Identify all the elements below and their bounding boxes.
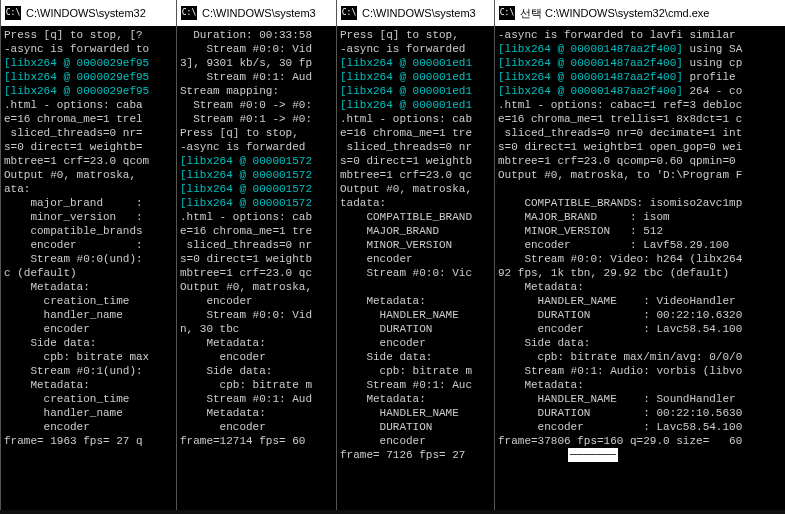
terminal-window-4[interactable]: C:\ 선택 C:\WINDOWS\system32\cmd.exe -asyn…: [494, 0, 785, 514]
terminal-line: c (default): [4, 266, 173, 280]
terminal-line: Metadata:: [498, 378, 782, 392]
terminal-line: [libx264 @ 000001572: [180, 196, 333, 210]
terminal-line: [libx264 @ 000001572: [180, 182, 333, 196]
terminal-line: Metadata:: [180, 406, 333, 420]
terminal-line: Stream #0:1: Aud: [180, 392, 333, 406]
terminal-line: DURATION: [340, 420, 491, 434]
libx264-tag: [libx264 @ 000001487aa2f400]: [498, 43, 689, 55]
terminal-line: -async is forwarded to lavfi similar: [498, 28, 782, 42]
terminal-line: HANDLER_NAME: [340, 406, 491, 420]
titlebar[interactable]: C:\ C:\WINDOWS\system32: [1, 0, 176, 26]
terminal-line: creation_time: [4, 392, 173, 406]
terminal-line: Stream #0:0: Video: h264 (libx264: [498, 252, 782, 266]
terminal-window-1[interactable]: C:\ C:\WINDOWS\system32 Press [q] to sto…: [0, 0, 176, 514]
terminal-line: Press [q] to stop, [?: [4, 28, 173, 42]
terminal-line: [libx264 @ 0000029ef95: [4, 56, 173, 70]
terminal-line: encoder: [4, 420, 173, 434]
terminal-line: minor_version :: [4, 210, 173, 224]
terminal-line: Stream #0:1: Aud: [180, 70, 333, 84]
terminal-line: Stream #0:0: Vic: [340, 266, 491, 280]
terminal-text: using cp: [689, 57, 742, 69]
terminal-text: 264 - co: [689, 85, 742, 97]
terminal-line: COMPATIBLE_BRANDS: isomiso2avc1mp: [498, 196, 782, 210]
terminal-line: handler_name: [4, 308, 173, 322]
titlebar[interactable]: C:\ C:\WINDOWS\system3: [177, 0, 336, 26]
title-text: C:\WINDOWS\system3: [202, 6, 316, 20]
terminal-line: sliced_threads=0 nr=: [4, 126, 173, 140]
terminal-line: [libx264 @ 000001ed1: [340, 84, 491, 98]
terminal-line: e=16 chroma_me=1 trel: [4, 112, 173, 126]
libx264-tag: [libx264 @ 000001487aa2f400]: [498, 57, 689, 69]
terminal-line: mbtree=1 crf=23.0 qcomp=0.60 qpmin=0: [498, 154, 782, 168]
cmd-icon: C:\: [341, 6, 357, 20]
terminal-line: Press [q] to stop,: [180, 126, 333, 140]
terminal-line: cpb: bitrate m: [180, 378, 333, 392]
titlebar[interactable]: C:\ 선택 C:\WINDOWS\system32\cmd.exe: [495, 0, 785, 26]
terminal-line: Side data:: [4, 336, 173, 350]
terminal-output[interactable]: Press [q] to stop, [?-async is forwarded…: [1, 26, 176, 450]
terminal-line: major_brand :: [4, 196, 173, 210]
terminal-window-2[interactable]: C:\ C:\WINDOWS\system3 Duration: 00:33:5…: [176, 0, 336, 514]
terminal-line: [libx264 @ 000001572: [180, 168, 333, 182]
title-text: C:\WINDOWS\system32: [26, 6, 146, 20]
terminal-line: .html - options: caba: [4, 98, 173, 112]
terminal-line: [libx264 @ 0000029ef95: [4, 70, 173, 84]
terminal-line: Side data:: [498, 336, 782, 350]
taskbar[interactable]: [0, 510, 785, 514]
terminal-line: DURATION : 00:22:10.6320: [498, 308, 782, 322]
terminal-line: Metadata:: [4, 378, 173, 392]
terminal-line: mbtree=1 crf=23.0 qc: [340, 168, 491, 182]
terminal-line: Output #0, matroska, to 'D:\Program F: [498, 168, 782, 182]
terminal-line: encoder: [340, 336, 491, 350]
terminal-line: Duration: 00:33:58: [180, 28, 333, 42]
terminal-line: Stream #0:1 -> #0:: [180, 112, 333, 126]
terminal-line: mbtree=1 crf=23.0 qcom: [4, 154, 173, 168]
title-text: C:\WINDOWS\system3: [362, 6, 476, 20]
terminal-line: [340, 280, 491, 294]
terminal-line: Output #0, matroska,: [4, 168, 173, 182]
cmd-icon: C:\: [5, 6, 21, 20]
terminal-line: [498, 182, 782, 196]
libx264-tag: [libx264 @ 0000029ef95: [4, 85, 149, 97]
terminal-line: DURATION: [340, 322, 491, 336]
terminal-line: [libx264 @ 000001ed1: [340, 98, 491, 112]
terminal-line: [libx264 @ 000001487aa2f400] profile: [498, 70, 782, 84]
terminal-line: tadata:: [340, 196, 491, 210]
terminal-line: e=16 chroma_me=1 tre: [340, 126, 491, 140]
terminal-line: MAJOR_BRAND : isom: [498, 210, 782, 224]
terminal-line: .html - options: cab: [180, 210, 333, 224]
terminal-line: Metadata:: [180, 336, 333, 350]
terminal-line: frame=12714 fps= 60: [180, 434, 333, 448]
terminal-line: Metadata:: [4, 280, 173, 294]
terminal-line: Metadata:: [498, 280, 782, 294]
terminal-line: cpb: bitrate max: [4, 350, 173, 364]
terminal-line: Side data:: [180, 364, 333, 378]
terminal-line: -async is forwarded: [180, 140, 333, 154]
terminal-line: Stream #0:0(und):: [4, 252, 173, 266]
terminal-line: encoder: [340, 252, 491, 266]
terminal-line: frame= 7126 fps= 27: [340, 448, 491, 462]
terminal-line: s=0 direct=1 weightb: [340, 154, 491, 168]
terminal-line: HANDLER_NAME: [340, 308, 491, 322]
terminal-line: encoder :: [4, 238, 173, 252]
terminal-output[interactable]: Press [q] to stop,-async is forwarded[li…: [337, 26, 494, 464]
terminal-output[interactable]: Duration: 00:33:58 Stream #0:0: Vid3], 9…: [177, 26, 336, 450]
terminal-line: Metadata:: [340, 392, 491, 406]
terminal-window-3[interactable]: C:\ C:\WINDOWS\system3 Press [q] to stop…: [336, 0, 494, 514]
libx264-tag: [libx264 @ 000001487aa2f400]: [498, 85, 689, 97]
terminal-output[interactable]: -async is forwarded to lavfi similar[lib…: [495, 26, 785, 464]
libx264-tag: [libx264 @ 000001572: [180, 197, 312, 209]
terminal-line: HANDLER_NAME : SoundHandler: [498, 392, 782, 406]
terminal-line: sliced_threads=0 nr: [340, 140, 491, 154]
terminal-line: sliced_threads=0 nr: [180, 238, 333, 252]
terminal-line: frame=37806 fps=160 q=29.0 size= 60: [498, 434, 782, 448]
titlebar[interactable]: C:\ C:\WINDOWS\system3: [337, 0, 494, 26]
terminal-line: Side data:: [340, 350, 491, 364]
terminal-line: cpb: bitrate m: [340, 364, 491, 378]
terminal-line: 3], 9301 kb/s, 30 fp: [180, 56, 333, 70]
libx264-tag: [libx264 @ 000001ed1: [340, 71, 472, 83]
terminal-line: MINOR_VERSION: [340, 238, 491, 252]
terminal-line: sliced_threads=0 nr=0 decimate=1 int: [498, 126, 782, 140]
terminal-line: s=0 direct=1 weightb=: [4, 140, 173, 154]
terminal-line: [libx264 @ 000001ed1: [340, 70, 491, 84]
